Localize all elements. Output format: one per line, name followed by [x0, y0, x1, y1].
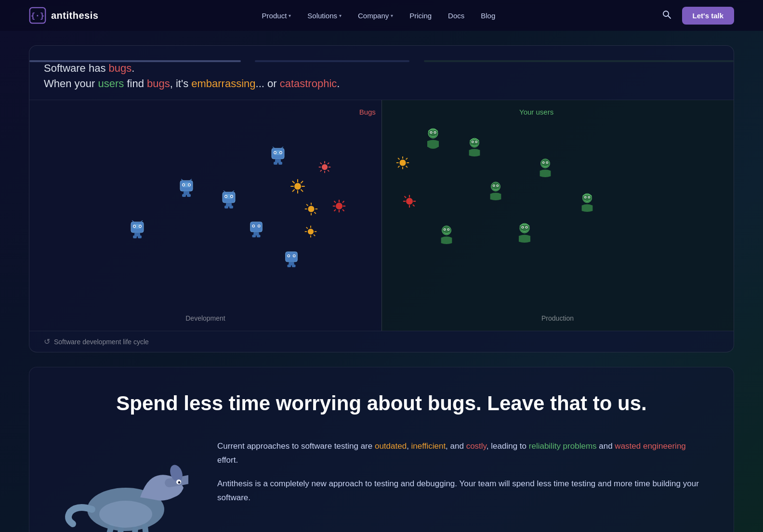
- sun-sprite-red-prod: [403, 195, 416, 208]
- nav-item-docs[interactable]: Docs: [441, 8, 471, 24]
- users-column-header: Your users: [519, 108, 553, 116]
- svg-point-19: [183, 184, 184, 185]
- svg-point-41: [258, 225, 260, 227]
- svg-line-94: [320, 170, 322, 171]
- svg-line-70: [301, 190, 303, 192]
- nav-item-blog[interactable]: Blog: [474, 8, 502, 24]
- svg-point-131: [473, 141, 474, 142]
- svg-line-111: [406, 166, 408, 168]
- svg-point-157: [589, 196, 590, 197]
- sun-icon: [304, 225, 317, 238]
- sun-sprite-yellow-prod: [395, 156, 410, 170]
- sun-sprite-yellow: [304, 225, 317, 238]
- svg-rect-35: [224, 206, 228, 208]
- svg-line-86: [314, 234, 315, 236]
- svg-line-120: [413, 205, 415, 207]
- sun-sprite-red: [318, 160, 331, 174]
- svg-point-151: [543, 162, 544, 163]
- bug-sprite: [128, 220, 146, 240]
- bug-robot-icon: [220, 190, 238, 210]
- second-section: Spend less time worrying about bugs. Lea…: [29, 367, 734, 532]
- user-sprite: [424, 128, 442, 149]
- user-sprite: [466, 137, 483, 157]
- sun-icon: [395, 156, 410, 170]
- svg-rect-14: [138, 235, 142, 238]
- user-person-icon: [515, 222, 534, 244]
- logo[interactable]: {·} antithesis: [29, 7, 98, 24]
- replay-icon[interactable]: ↺: [44, 337, 50, 346]
- svg-point-40: [253, 225, 254, 227]
- sun-red-icon: [403, 195, 416, 208]
- svg-point-136: [493, 185, 494, 186]
- para2: Antithesis is a completely new approach …: [217, 477, 705, 505]
- second-section-content: Current approaches to software testing a…: [58, 435, 705, 532]
- headline-line2: When your users find bugs, it's embarras…: [44, 78, 719, 90]
- bug-sprite: [248, 220, 265, 239]
- svg-rect-54: [274, 162, 277, 165]
- search-icon: [662, 10, 671, 19]
- chevron-down-icon: ▾: [339, 13, 342, 18]
- bug-robot-icon: [269, 146, 287, 167]
- svg-point-141: [444, 229, 445, 230]
- bug-robot-icon: [128, 220, 146, 240]
- svg-point-8: [133, 226, 135, 227]
- nav-links: Product ▾ Solutions ▾ Company ▾ Pricing …: [255, 8, 502, 24]
- svg-rect-24: [182, 194, 186, 197]
- svg-rect-25: [187, 194, 191, 197]
- bug-robot-icon: [248, 220, 265, 239]
- bug-sprite: [177, 179, 196, 199]
- user-person-icon: [579, 193, 596, 213]
- nav-item-pricing[interactable]: Pricing: [403, 8, 438, 24]
- svg-point-59: [288, 255, 289, 257]
- anteater-illustration: [58, 435, 193, 532]
- svg-point-64: [294, 183, 301, 190]
- diagram-footer: ↺ Software development life cycle: [29, 331, 734, 352]
- lets-talk-button[interactable]: Let's talk: [682, 7, 734, 25]
- nav-item-product[interactable]: Product ▾: [255, 8, 298, 24]
- bug-robot-icon: [177, 179, 196, 199]
- nav-right: Let's talk: [659, 7, 734, 25]
- nav-item-solutions[interactable]: Solutions ▾: [301, 8, 348, 24]
- bugs-column-header: Bugs: [359, 108, 376, 116]
- logo-text: antithesis: [51, 10, 98, 21]
- svg-line-72: [301, 181, 303, 183]
- svg-line-110: [398, 158, 399, 159]
- nav-item-company[interactable]: Company ▾: [351, 8, 400, 24]
- svg-line-95: [328, 162, 329, 164]
- svg-point-9: [139, 226, 141, 227]
- bug-robot-icon: [283, 250, 300, 269]
- svg-line-101: [334, 201, 336, 203]
- svg-point-161: [178, 481, 181, 484]
- search-button[interactable]: [659, 7, 674, 25]
- headline-line1: Software has bugs.: [44, 62, 719, 75]
- svg-point-80: [308, 229, 314, 234]
- diagram-footer-text: Software development life cycle: [54, 338, 149, 346]
- diagram-header: Software has bugs. When your users find …: [29, 62, 734, 100]
- svg-point-114: [406, 198, 413, 205]
- diagram-card: Software has bugs. When your users find …: [29, 45, 734, 352]
- svg-line-104: [342, 201, 344, 203]
- svg-rect-55: [278, 162, 282, 165]
- user-sprite: [537, 158, 554, 178]
- user-person-icon: [487, 181, 504, 201]
- sun-sprite-red: [332, 199, 346, 213]
- user-sprite: [487, 181, 504, 201]
- svg-point-105: [400, 159, 406, 166]
- navbar: {·} antithesis Product ▾ Solutions ▾ Com…: [0, 0, 763, 31]
- svg-line-79: [315, 212, 316, 213]
- svg-point-20: [189, 184, 190, 185]
- sun-sprite-yellow: [304, 202, 318, 216]
- svg-line-113: [406, 158, 408, 159]
- production-label: Production: [541, 314, 574, 322]
- svg-rect-44: [257, 234, 261, 237]
- svg-rect-56: [286, 252, 298, 262]
- svg-point-30: [225, 195, 226, 197]
- bug-sprite: [283, 250, 300, 269]
- svg-point-146: [522, 227, 523, 228]
- svg-point-96: [336, 203, 342, 209]
- sun-icon: [290, 179, 305, 194]
- bug-sprite: [220, 190, 238, 210]
- user-person-icon: [424, 128, 442, 149]
- svg-point-87: [322, 164, 328, 169]
- svg-point-126: [434, 132, 435, 133]
